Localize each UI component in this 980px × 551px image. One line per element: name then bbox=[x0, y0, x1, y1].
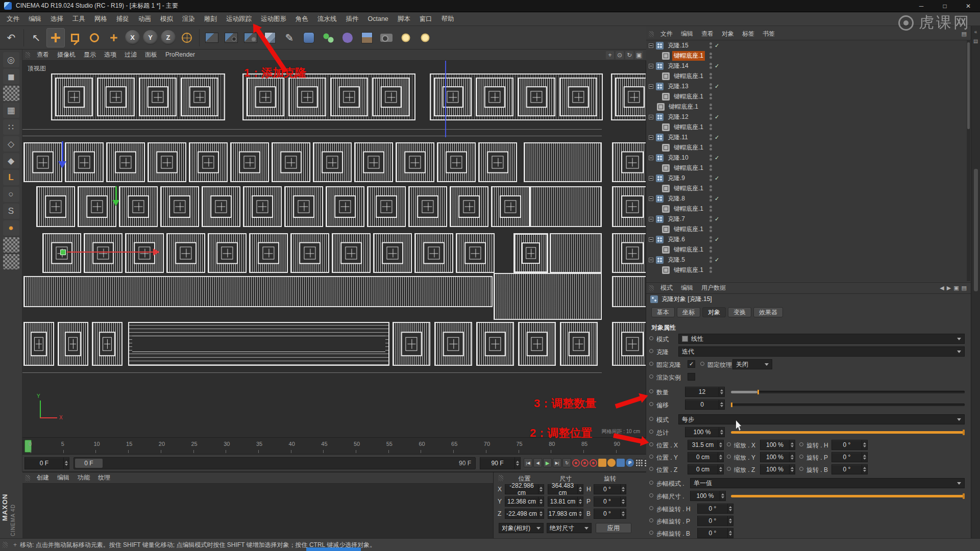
visibility-dots[interactable] bbox=[709, 195, 712, 202]
visibility-dots[interactable] bbox=[709, 144, 712, 151]
object-row[interactable]: 键帽底座.1 bbox=[646, 265, 971, 275]
keyframe-dot[interactable] bbox=[649, 430, 653, 434]
spinner[interactable] bbox=[620, 497, 626, 506]
render-visibility-dot[interactable] bbox=[709, 230, 712, 232]
keyframe-dot[interactable] bbox=[649, 455, 653, 459]
coord-pos-x-field[interactable]: -282.986 cm bbox=[505, 484, 544, 494]
editor-visibility-dot[interactable] bbox=[709, 267, 712, 269]
viewport-menu-item[interactable]: 摄像机 bbox=[53, 49, 80, 60]
render-visibility-dot[interactable] bbox=[709, 138, 712, 140]
menu-item[interactable]: 动画 bbox=[134, 12, 156, 26]
view-label[interactable]: 顶视图 bbox=[28, 64, 46, 73]
spinner[interactable] bbox=[718, 440, 723, 449]
frame-spinner[interactable] bbox=[63, 458, 69, 469]
editor-visibility-dot[interactable] bbox=[709, 53, 712, 55]
expander-icon[interactable] bbox=[649, 115, 653, 119]
snap-button[interactable]: S bbox=[3, 204, 19, 219]
keyframe-selection-button[interactable] bbox=[635, 459, 643, 467]
make-editable-button[interactable]: ◎ bbox=[3, 52, 19, 67]
keyframe-dot[interactable] bbox=[649, 362, 653, 366]
spinner[interactable] bbox=[789, 440, 795, 449]
enabled-check-icon[interactable]: ✓ bbox=[715, 195, 719, 202]
menu-item[interactable]: Octane bbox=[363, 12, 393, 26]
menu-item[interactable]: 文件 bbox=[2, 12, 24, 26]
range-start-handle[interactable]: 0 F bbox=[75, 459, 103, 468]
editor-visibility-dot[interactable] bbox=[709, 134, 712, 137]
axis-mode-button[interactable]: L bbox=[3, 170, 19, 185]
mode-dropdown[interactable]: 线性 bbox=[678, 334, 965, 344]
editor-visibility-dot[interactable] bbox=[709, 236, 712, 239]
spline-pen-button[interactable]: ✎ bbox=[280, 28, 299, 47]
x-axis-gizmo-arrowhead[interactable] bbox=[153, 248, 160, 256]
spinner[interactable] bbox=[720, 491, 725, 500]
minimize-button[interactable]: ─ bbox=[910, 0, 933, 12]
keyframe-dot[interactable] bbox=[649, 467, 653, 471]
deformers-button[interactable] bbox=[338, 28, 357, 47]
attribute-manager-menu-item[interactable]: 模式 bbox=[656, 283, 677, 293]
render-visibility-dot[interactable] bbox=[709, 189, 712, 191]
render-visibility-dot[interactable] bbox=[709, 107, 712, 110]
object-manager-menu-item[interactable]: 书签 bbox=[758, 29, 779, 39]
stride-rotation-p-field[interactable]: 0 ° bbox=[697, 516, 733, 526]
slider-handle[interactable] bbox=[963, 430, 965, 435]
editor-visibility-dot[interactable] bbox=[709, 114, 712, 116]
am-tab[interactable]: 效果器 bbox=[753, 307, 783, 317]
texture-flag-button[interactable] bbox=[3, 237, 19, 253]
render-visibility-dot[interactable] bbox=[709, 128, 712, 130]
mograph-button[interactable] bbox=[319, 28, 337, 47]
spinner[interactable] bbox=[727, 504, 733, 513]
keyframe-dot[interactable] bbox=[649, 349, 653, 353]
spinner[interactable] bbox=[538, 497, 544, 506]
menu-item[interactable]: 窗口 bbox=[415, 12, 437, 26]
expander-icon[interactable] bbox=[649, 217, 653, 221]
render-visibility-dot[interactable] bbox=[709, 240, 712, 242]
maximize-button[interactable]: □ bbox=[933, 0, 957, 12]
scale-z-field[interactable]: 100 % bbox=[760, 464, 795, 474]
stride-size-field[interactable]: 100 % bbox=[690, 491, 726, 501]
panel-grip[interactable] bbox=[25, 475, 30, 481]
coordinate-system-button[interactable] bbox=[178, 28, 196, 47]
visibility-dots[interactable] bbox=[709, 134, 712, 140]
object-manager-menu-item[interactable]: 编辑 bbox=[677, 29, 697, 39]
workplane-mode-button[interactable]: ▦ bbox=[3, 103, 19, 118]
keyframe-dot[interactable] bbox=[700, 362, 704, 366]
render-visibility-dot[interactable] bbox=[709, 179, 712, 181]
stride-size-slider[interactable] bbox=[731, 495, 965, 497]
visibility-dots[interactable] bbox=[709, 175, 712, 181]
keyframe-dot[interactable] bbox=[649, 374, 653, 379]
visibility-dots[interactable] bbox=[709, 267, 712, 273]
expander-icon[interactable] bbox=[649, 196, 653, 201]
editor-visibility-dot[interactable] bbox=[709, 206, 712, 208]
keyframe-dot[interactable] bbox=[799, 467, 803, 471]
keyframe-dot[interactable] bbox=[649, 442, 653, 446]
spinner[interactable] bbox=[789, 465, 795, 474]
timeline-range-slider[interactable]: 0 F 90 F bbox=[74, 457, 476, 469]
keyframe-dot[interactable] bbox=[649, 506, 653, 510]
object-row[interactable]: 键帽底座.1 bbox=[646, 183, 971, 193]
pla-record-button[interactable] bbox=[617, 459, 625, 467]
fix-texture-dropdown[interactable]: 关闭 bbox=[732, 359, 772, 369]
visibility-dots[interactable] bbox=[709, 73, 712, 79]
visibility-dots[interactable] bbox=[709, 206, 712, 212]
spinner[interactable] bbox=[727, 516, 733, 525]
object-row[interactable]: 键帽底座.1 bbox=[646, 224, 971, 234]
spinner[interactable] bbox=[538, 509, 544, 518]
menu-item[interactable]: 角色 bbox=[291, 12, 313, 26]
move-tool-button[interactable] bbox=[46, 28, 65, 47]
menu-item[interactable]: 渲染 bbox=[178, 12, 200, 26]
keyframe-dot[interactable] bbox=[649, 531, 653, 535]
camera-button[interactable] bbox=[377, 28, 396, 47]
clone-dropdown[interactable]: 迭代 bbox=[678, 346, 965, 357]
visibility-dots[interactable] bbox=[709, 236, 712, 242]
total-slider[interactable] bbox=[731, 431, 965, 434]
editor-visibility-dot[interactable] bbox=[709, 175, 712, 178]
menu-item[interactable]: 帮助 bbox=[437, 12, 459, 26]
menu-item[interactable]: 运动图形 bbox=[256, 12, 291, 26]
zoom-view-icon[interactable]: ⊙ bbox=[616, 51, 624, 59]
spinner[interactable] bbox=[577, 509, 583, 518]
menu-item[interactable]: 插件 bbox=[341, 12, 363, 26]
visibility-dots[interactable] bbox=[709, 114, 712, 120]
position-z-field[interactable]: 0 cm bbox=[688, 464, 724, 474]
scale-x-field[interactable]: 100 % bbox=[760, 440, 795, 450]
object-row[interactable]: 克隆.14✓ bbox=[646, 61, 971, 71]
